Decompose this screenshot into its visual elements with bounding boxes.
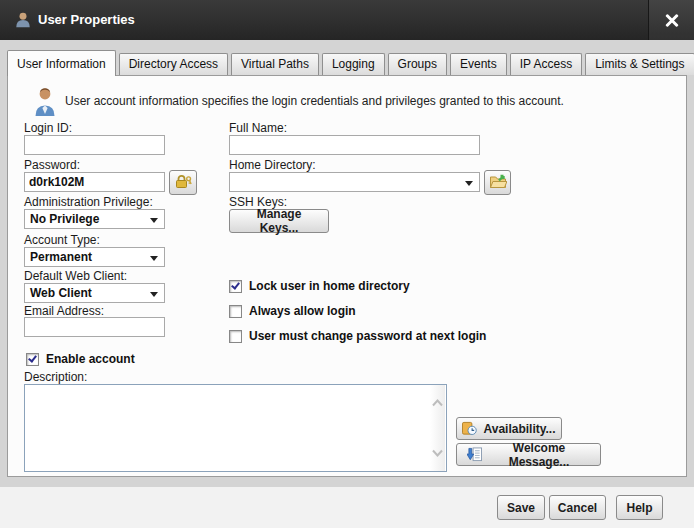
welcome-message-button[interactable]: Welcome Message... bbox=[456, 443, 601, 466]
always-allow-login-label: Always allow login bbox=[249, 304, 356, 318]
close-button[interactable] bbox=[648, 0, 694, 40]
availability-button-label: Availability... bbox=[483, 422, 555, 436]
welcome-message-icon bbox=[467, 447, 482, 462]
scroll-up-icon[interactable] bbox=[432, 399, 443, 407]
lock-user-checkbox[interactable]: Lock user in home directory bbox=[229, 279, 410, 293]
dialog-title: User Properties bbox=[38, 0, 135, 40]
checkbox-box bbox=[229, 330, 242, 343]
tab-ip-access[interactable]: IP Access bbox=[510, 53, 582, 75]
checkbox-box bbox=[26, 353, 39, 366]
user-icon bbox=[14, 11, 32, 29]
login-id-label: Login ID: bbox=[24, 121, 72, 135]
lock-user-label: Lock user in home directory bbox=[249, 279, 410, 293]
tab-events[interactable]: Events bbox=[450, 53, 507, 75]
save-button[interactable]: Save bbox=[497, 495, 545, 520]
browse-folder-icon bbox=[489, 172, 507, 193]
titlebar: User Properties bbox=[0, 0, 694, 40]
checkmark-icon bbox=[28, 353, 37, 362]
enable-account-checkbox[interactable]: Enable account bbox=[26, 352, 135, 366]
chevron-down-icon bbox=[150, 256, 158, 261]
user-properties-dialog: User Properties User Information Directo… bbox=[0, 0, 694, 528]
tab-panel-user-information: User account information specifies the l… bbox=[7, 75, 687, 477]
checkbox-box bbox=[229, 305, 242, 318]
login-id-input[interactable] bbox=[24, 135, 165, 155]
tab-limits-settings[interactable]: Limits & Settings bbox=[585, 53, 694, 75]
admin-privilege-select[interactable]: No Privilege bbox=[24, 209, 165, 229]
default-web-client-value: Web Client bbox=[30, 286, 92, 300]
close-icon bbox=[664, 12, 680, 28]
password-label: Password: bbox=[24, 158, 80, 172]
tab-virtual-paths[interactable]: Virtual Paths bbox=[231, 53, 319, 75]
chevron-down-icon bbox=[465, 181, 473, 186]
availability-icon bbox=[462, 421, 477, 436]
account-type-label: Account Type: bbox=[24, 233, 100, 247]
admin-privilege-label: Administration Privilege: bbox=[24, 195, 153, 209]
chevron-down-icon bbox=[150, 218, 158, 223]
full-name-label: Full Name: bbox=[229, 121, 287, 135]
availability-button[interactable]: Availability... bbox=[456, 417, 562, 440]
enable-account-label: Enable account bbox=[46, 352, 135, 366]
description-scrollbar[interactable] bbox=[430, 385, 445, 471]
admin-privilege-value: No Privilege bbox=[30, 212, 99, 226]
user-account-icon bbox=[34, 87, 56, 117]
chevron-down-icon bbox=[150, 292, 158, 297]
account-type-value: Permanent bbox=[30, 250, 92, 264]
email-address-label: Email Address: bbox=[24, 304, 104, 318]
tab-directory-access[interactable]: Directory Access bbox=[119, 53, 228, 75]
generate-password-button[interactable] bbox=[169, 170, 197, 195]
email-address-input[interactable] bbox=[24, 317, 165, 337]
scroll-down-icon[interactable] bbox=[432, 449, 443, 457]
tab-logging[interactable]: Logging bbox=[322, 53, 385, 75]
checkmark-icon bbox=[231, 280, 240, 289]
button-footer: Save Cancel Help bbox=[0, 487, 694, 528]
home-directory-select[interactable] bbox=[229, 172, 480, 192]
default-web-client-label: Default Web Client: bbox=[24, 269, 127, 283]
lock-key-icon bbox=[174, 173, 192, 192]
browse-home-directory-button[interactable] bbox=[484, 170, 511, 195]
tab-bar: User Information Directory Access Virtua… bbox=[7, 50, 694, 76]
tab-user-information[interactable]: User Information bbox=[7, 50, 116, 76]
cancel-button[interactable]: Cancel bbox=[549, 495, 606, 520]
description-textarea[interactable] bbox=[24, 384, 447, 472]
description-label: Description: bbox=[24, 370, 87, 384]
change-password-label: User must change password at next login bbox=[249, 329, 486, 343]
welcome-message-button-label: Welcome Message... bbox=[488, 441, 590, 469]
change-password-checkbox[interactable]: User must change password at next login bbox=[229, 329, 486, 343]
home-directory-label: Home Directory: bbox=[229, 158, 316, 172]
manage-keys-button[interactable]: Manage Keys... bbox=[229, 209, 329, 233]
help-button[interactable]: Help bbox=[616, 495, 663, 520]
always-allow-login-checkbox[interactable]: Always allow login bbox=[229, 304, 356, 318]
checkbox-box bbox=[229, 280, 242, 293]
default-web-client-select[interactable]: Web Client bbox=[24, 283, 165, 303]
tab-groups[interactable]: Groups bbox=[388, 53, 447, 75]
password-input[interactable] bbox=[24, 172, 165, 192]
account-type-select[interactable]: Permanent bbox=[24, 247, 165, 267]
info-banner-text: User account information specifies the l… bbox=[65, 94, 665, 108]
full-name-input[interactable] bbox=[229, 135, 480, 155]
